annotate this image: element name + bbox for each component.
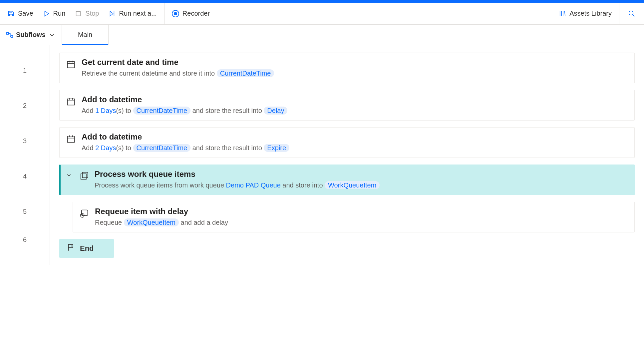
line-gutter: 1 2 3 4 5 6 <box>0 45 50 265</box>
svg-rect-7 <box>81 174 86 179</box>
action-subtitle: Process work queue items from work queue… <box>95 180 380 190</box>
recorder-icon <box>172 10 179 17</box>
text: and store the result into <box>192 107 264 114</box>
action-title: Get current date and time <box>82 58 274 67</box>
text: and add a delay <box>181 219 228 226</box>
variable-token[interactable]: CurrentDateTime <box>133 107 191 115</box>
action-subtitle: Retrieve the current datetime and store … <box>82 68 274 78</box>
run-label: Run <box>53 10 66 17</box>
save-icon <box>7 10 15 17</box>
action-get-datetime[interactable]: Get current date and time Retrieve the c… <box>59 53 635 83</box>
play-icon <box>43 10 50 17</box>
text: and store into <box>281 181 325 189</box>
variable-token[interactable]: Expire <box>264 144 289 152</box>
action-subtitle: Add 1 Days(s) to CurrentDateTime and sto… <box>82 106 287 116</box>
calendar-icon <box>66 60 76 71</box>
text: Add <box>82 144 95 152</box>
variable-token[interactable]: WorkQueueItem <box>325 181 380 189</box>
window-accent-bar <box>0 0 644 3</box>
tab-main[interactable]: Main <box>62 25 109 45</box>
action-title: Process work queue items <box>95 170 380 179</box>
run-next-button[interactable]: Run next a... <box>104 7 161 20</box>
stop-icon <box>75 10 82 17</box>
step-icon <box>108 10 116 17</box>
variable-token[interactable]: WorkQueueItem <box>124 218 179 226</box>
line-number: 6 <box>0 229 50 250</box>
toolbar-divider-2 <box>619 3 619 25</box>
variable-token[interactable]: CurrentDateTime <box>217 69 274 77</box>
variable-token[interactable]: Delay <box>264 107 287 115</box>
search-button[interactable] <box>622 7 641 20</box>
stop-label: Stop <box>85 10 99 17</box>
svg-point-1 <box>629 11 633 15</box>
text: and store the result into <box>192 144 264 152</box>
action-title: Requeue item with delay <box>95 207 228 216</box>
line-number: 4 <box>0 159 50 194</box>
assets-library-label: Assets Library <box>569 10 612 17</box>
save-button[interactable]: Save <box>3 7 38 20</box>
svg-rect-0 <box>76 11 81 16</box>
svg-rect-8 <box>82 172 88 177</box>
svg-rect-4 <box>68 62 75 68</box>
text: Retrieve the current datetime and store … <box>82 70 217 77</box>
flow-area: 1 2 3 4 5 6 Get current date and time Re… <box>0 45 644 265</box>
text: (s) to <box>116 144 133 152</box>
svg-rect-3 <box>11 35 13 37</box>
line-number: 5 <box>0 194 50 229</box>
action-add-datetime[interactable]: Add to datetime Add 2 Days(s) to Current… <box>59 127 635 158</box>
line-number: 2 <box>0 88 50 123</box>
action-subtitle: Requeue WorkQueueItem and add a delay <box>95 217 228 227</box>
queue-name: Demo PAD Queue <box>226 181 281 189</box>
run-next-label: Run next a... <box>119 10 157 17</box>
action-requeue-item[interactable]: Requeue item with delay Requeue WorkQueu… <box>73 202 635 232</box>
text: Requeue <box>95 219 124 226</box>
assets-library-button[interactable]: Assets Library <box>554 7 616 20</box>
recorder-label: Recorder <box>182 10 210 17</box>
svg-rect-6 <box>68 136 75 143</box>
run-button[interactable]: Run <box>38 7 70 20</box>
action-process-queue[interactable]: Process work queue items Process work qu… <box>59 165 635 195</box>
stop-button: Stop <box>70 7 104 20</box>
flag-icon <box>67 243 75 254</box>
collapse-toggle[interactable] <box>66 172 72 180</box>
tabs-row: Subflows Main <box>0 25 644 45</box>
svg-rect-5 <box>68 99 75 105</box>
action-end[interactable]: End <box>59 239 114 258</box>
library-icon <box>559 10 566 17</box>
requeue-icon <box>80 209 89 220</box>
steps-column: Get current date and time Retrieve the c… <box>50 45 644 265</box>
toolbar-divider <box>164 3 164 25</box>
subflows-dropdown[interactable]: Subflows <box>0 25 62 45</box>
chevron-down-icon <box>48 31 56 39</box>
line-number: 3 <box>0 123 50 159</box>
toolbar: Save Run Stop Run next a... Recorder Ass… <box>0 3 644 25</box>
text: Add <box>82 107 95 114</box>
subflows-icon <box>6 31 13 39</box>
tab-main-label: Main <box>78 31 92 39</box>
line-number: 1 <box>0 53 50 88</box>
end-label: End <box>80 244 94 253</box>
text: (s) to <box>116 107 133 114</box>
value: 2 Days <box>95 144 116 152</box>
text: Process work queue items from work queue <box>95 181 226 189</box>
save-label: Save <box>18 10 33 17</box>
action-title: Add to datetime <box>82 132 289 142</box>
calendar-icon <box>66 97 76 108</box>
action-title: Add to datetime <box>82 95 287 104</box>
recorder-button[interactable]: Recorder <box>167 7 214 20</box>
subflows-label: Subflows <box>16 31 46 39</box>
svg-rect-2 <box>7 32 9 34</box>
variable-token[interactable]: CurrentDateTime <box>133 144 191 152</box>
action-subtitle: Add 2 Days(s) to CurrentDateTime and sto… <box>82 143 289 153</box>
value: 1 Days <box>95 107 116 114</box>
queue-icon <box>79 171 89 182</box>
search-icon <box>628 10 635 17</box>
calendar-icon <box>66 134 76 145</box>
action-add-datetime[interactable]: Add to datetime Add 1 Days(s) to Current… <box>59 90 635 121</box>
